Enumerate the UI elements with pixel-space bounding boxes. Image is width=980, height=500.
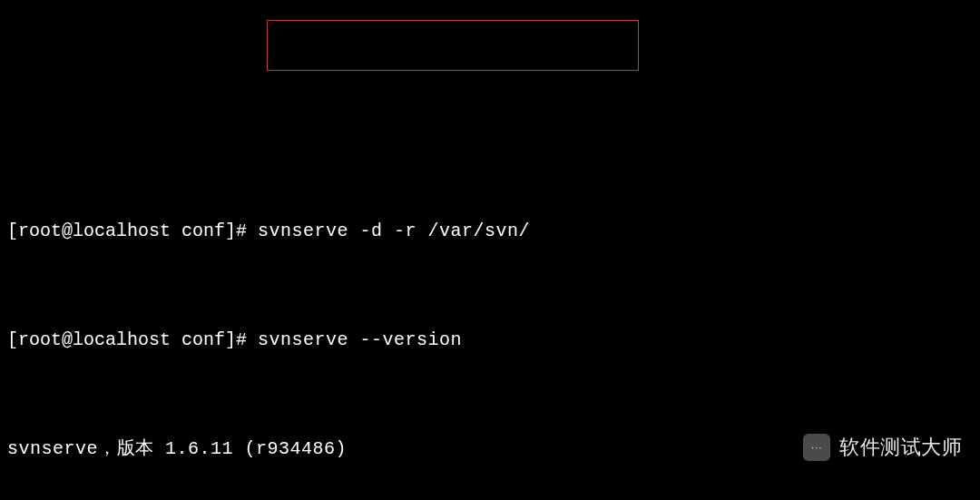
shell-prompt: [root@localhost conf]# — [7, 221, 258, 241]
command-text: svnserve --version — [258, 329, 462, 350]
terminal-line — [7, 109, 973, 136]
terminal-output[interactable]: [root@localhost conf]# svnserve -d -r /v… — [7, 0, 973, 500]
shell-prompt: [root@localhost conf]# — [7, 329, 258, 350]
highlight-rectangle — [267, 20, 639, 71]
terminal-line: [root@localhost conf]# svnserve -d -r /v… — [7, 218, 973, 245]
wechat-icon: ··· — [803, 434, 830, 461]
terminal-line: [root@localhost conf]# svnserve --versio… — [7, 327, 973, 354]
output-text: svnserve，版本 1.6.11 (r934486) — [7, 438, 347, 459]
watermark: ··· 软件测试大师 — [803, 432, 962, 462]
command-text: svnserve -d -r /var/svn/ — [258, 221, 530, 241]
watermark-text: 软件测试大师 — [839, 432, 962, 462]
